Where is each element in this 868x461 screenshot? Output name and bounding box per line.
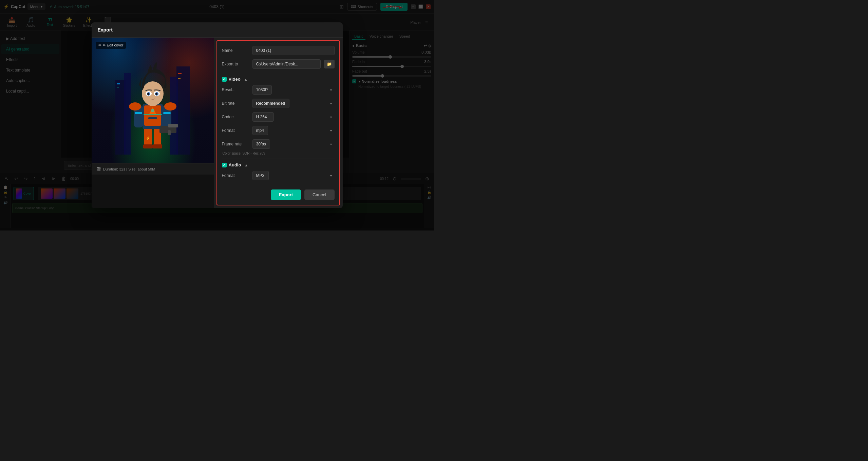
divider-1	[222, 73, 335, 73]
export-to-row: Export to 📁	[222, 59, 335, 69]
format-select[interactable]: mp4 mov avi	[252, 126, 268, 135]
modal-cover-section: ⚡ ✏ ✏ Edit cover 🎬 Duration: 32s | Size:…	[92, 38, 214, 208]
audio-format-label: Format	[222, 173, 249, 178]
svg-rect-6	[117, 83, 120, 84]
codec-select[interactable]: H.264 H.265 ProRes	[252, 112, 274, 122]
framerate-label: Frame rate	[222, 142, 249, 146]
svg-point-31	[147, 93, 149, 95]
name-label: Name	[222, 48, 249, 53]
svg-rect-24	[168, 130, 171, 135]
modal-body: ⚡ ✏ ✏ Edit cover 🎬 Duration: 32s | Size:…	[92, 38, 343, 208]
svg-rect-23	[168, 124, 178, 127]
codec-select-wrapper: H.264 H.265 ProRes	[252, 112, 335, 122]
svg-point-32	[155, 93, 157, 95]
export-to-label: Export to	[222, 62, 249, 66]
audio-format-row: Format MP3 AAC WAV	[222, 171, 335, 180]
name-input[interactable]	[252, 46, 335, 55]
svg-rect-13	[153, 144, 162, 148]
cancel-button[interactable]: Cancel	[304, 189, 334, 200]
codec-label: Codec	[222, 115, 249, 119]
framerate-row: Frame rate 30fps 24fps 60fps	[222, 139, 335, 149]
svg-rect-21	[163, 112, 171, 114]
resolution-select-wrapper: 1080P 720P 4K	[252, 85, 335, 95]
format-label: Format	[222, 128, 249, 133]
modal-overlay[interactable]: Export	[0, 0, 434, 230]
svg-point-37	[151, 109, 154, 112]
format-row: Format mp4 mov avi	[222, 126, 335, 135]
modal-footer-info: 🎬 Duration: 32s | Size: about 50M	[92, 163, 214, 175]
edit-cover-button[interactable]: ✏ ✏ Edit cover	[96, 42, 126, 49]
name-row: Name	[222, 46, 335, 55]
svg-point-33	[129, 102, 141, 111]
framerate-select[interactable]: 30fps 24fps 60fps	[252, 139, 270, 149]
svg-rect-9	[178, 78, 181, 79]
video-section-toggle[interactable]: ✔ Video ▲	[222, 77, 335, 82]
cover-image-area: ⚡ ✏ ✏ Edit cover	[92, 38, 214, 163]
export-path-input[interactable]	[252, 59, 321, 69]
video-checkbox[interactable]: ✔	[222, 77, 227, 82]
svg-rect-20	[135, 112, 142, 114]
folder-browse-button[interactable]: 📁	[324, 60, 335, 68]
svg-point-34	[164, 102, 176, 111]
resolution-row: Resol... 1080P 720P 4K	[222, 85, 335, 95]
audio-checkbox[interactable]: ✔	[222, 163, 227, 167]
svg-text:⚡: ⚡	[146, 136, 150, 140]
export-confirm-button[interactable]: Export	[271, 189, 301, 200]
character-illustration: ⚡	[115, 46, 190, 155]
audio-section-toggle[interactable]: ✔ Audio ▲	[222, 162, 335, 167]
colorspace-note: Color space: SDR - Rec.709	[222, 152, 335, 155]
svg-point-26	[142, 81, 164, 106]
bitrate-select-wrapper: Recommended Low High	[252, 99, 335, 108]
svg-rect-3	[124, 73, 131, 155]
framerate-select-wrapper: 30fps 24fps 60fps	[252, 139, 335, 149]
duration-info: Duration: 32s | Size: about 50M	[103, 167, 155, 171]
format-select-wrapper: mp4 mov avi	[252, 126, 335, 135]
resolution-select[interactable]: 1080P 720P 4K	[252, 85, 272, 95]
audio-section-label: Audio	[229, 162, 241, 167]
svg-rect-17	[148, 117, 157, 119]
audio-format-select-wrapper: MP3 AAC WAV	[252, 171, 335, 180]
svg-rect-8	[178, 73, 182, 74]
svg-rect-12	[143, 144, 153, 148]
svg-rect-36	[144, 114, 162, 115]
export-settings: Name Export to 📁 ✔ Video ▲	[216, 40, 340, 205]
modal-title: Export	[98, 27, 113, 33]
audio-format-select[interactable]: MP3 AAC WAV	[252, 171, 269, 180]
modal-header: Export	[92, 22, 343, 38]
divider-2	[222, 159, 335, 159]
codec-row: Codec H.264 H.265 ProRes	[222, 112, 335, 122]
resolution-label: Resol...	[222, 87, 249, 92]
bitrate-row: Bit rate Recommended Low High	[222, 99, 335, 108]
video-section-label: Video	[229, 77, 241, 82]
svg-rect-4	[176, 66, 190, 155]
svg-rect-7	[117, 87, 119, 87]
modal-actions: Export Cancel	[222, 186, 335, 200]
bitrate-select[interactable]: Recommended Low High	[252, 99, 289, 108]
export-modal: Export	[92, 22, 343, 208]
bitrate-label: Bit rate	[222, 101, 249, 106]
